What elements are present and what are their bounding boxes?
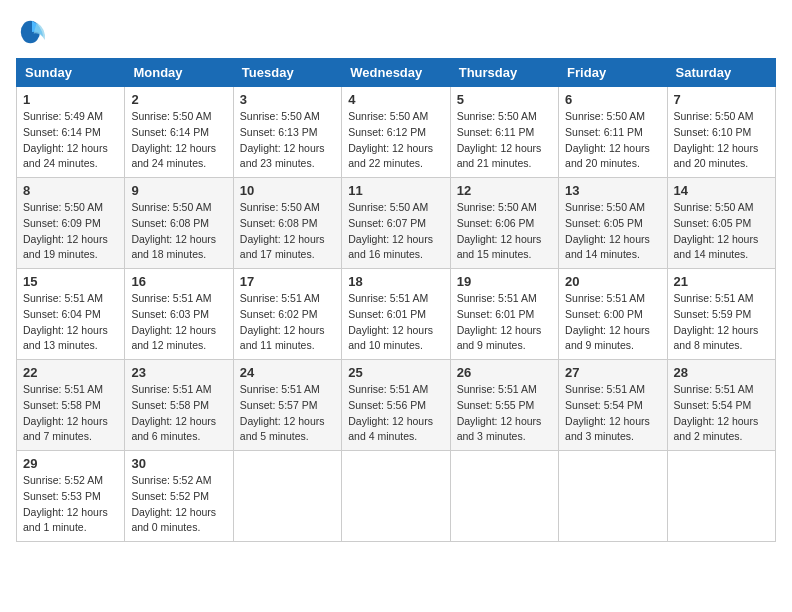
day-info: Sunrise: 5:51 AMSunset: 5:58 PMDaylight:…: [23, 382, 118, 445]
day-number: 7: [674, 92, 769, 107]
day-info: Sunrise: 5:51 AMSunset: 5:56 PMDaylight:…: [348, 382, 443, 445]
day-number: 19: [457, 274, 552, 289]
calendar-cell: 19Sunrise: 5:51 AMSunset: 6:01 PMDayligh…: [450, 269, 558, 360]
calendar-cell: 14Sunrise: 5:50 AMSunset: 6:05 PMDayligh…: [667, 178, 775, 269]
day-info: Sunrise: 5:50 AMSunset: 6:13 PMDaylight:…: [240, 109, 335, 172]
header-monday: Monday: [125, 59, 233, 87]
day-number: 2: [131, 92, 226, 107]
day-number: 15: [23, 274, 118, 289]
day-info: Sunrise: 5:50 AMSunset: 6:14 PMDaylight:…: [131, 109, 226, 172]
calendar-cell: 21Sunrise: 5:51 AMSunset: 5:59 PMDayligh…: [667, 269, 775, 360]
calendar-cell: 4Sunrise: 5:50 AMSunset: 6:12 PMDaylight…: [342, 87, 450, 178]
header-saturday: Saturday: [667, 59, 775, 87]
day-number: 27: [565, 365, 660, 380]
calendar-cell: 27Sunrise: 5:51 AMSunset: 5:54 PMDayligh…: [559, 360, 667, 451]
day-number: 23: [131, 365, 226, 380]
week-row-0: 1Sunrise: 5:49 AMSunset: 6:14 PMDaylight…: [17, 87, 776, 178]
day-info: Sunrise: 5:52 AMSunset: 5:53 PMDaylight:…: [23, 473, 118, 536]
day-number: 1: [23, 92, 118, 107]
day-number: 9: [131, 183, 226, 198]
calendar-cell: 23Sunrise: 5:51 AMSunset: 5:58 PMDayligh…: [125, 360, 233, 451]
day-info: Sunrise: 5:50 AMSunset: 6:09 PMDaylight:…: [23, 200, 118, 263]
day-number: 6: [565, 92, 660, 107]
day-info: Sunrise: 5:50 AMSunset: 6:06 PMDaylight:…: [457, 200, 552, 263]
calendar-cell: 28Sunrise: 5:51 AMSunset: 5:54 PMDayligh…: [667, 360, 775, 451]
logo: [16, 16, 52, 48]
calendar-cell: 26Sunrise: 5:51 AMSunset: 5:55 PMDayligh…: [450, 360, 558, 451]
logo-icon: [16, 16, 48, 48]
day-info: Sunrise: 5:51 AMSunset: 6:02 PMDaylight:…: [240, 291, 335, 354]
day-info: Sunrise: 5:50 AMSunset: 6:05 PMDaylight:…: [565, 200, 660, 263]
day-number: 24: [240, 365, 335, 380]
calendar-cell: [559, 451, 667, 542]
day-number: 11: [348, 183, 443, 198]
day-info: Sunrise: 5:50 AMSunset: 6:08 PMDaylight:…: [240, 200, 335, 263]
day-info: Sunrise: 5:49 AMSunset: 6:14 PMDaylight:…: [23, 109, 118, 172]
day-number: 3: [240, 92, 335, 107]
day-info: Sunrise: 5:51 AMSunset: 6:01 PMDaylight:…: [348, 291, 443, 354]
calendar-cell: 9Sunrise: 5:50 AMSunset: 6:08 PMDaylight…: [125, 178, 233, 269]
day-info: Sunrise: 5:51 AMSunset: 6:01 PMDaylight:…: [457, 291, 552, 354]
day-info: Sunrise: 5:51 AMSunset: 5:57 PMDaylight:…: [240, 382, 335, 445]
day-info: Sunrise: 5:51 AMSunset: 6:03 PMDaylight:…: [131, 291, 226, 354]
day-number: 21: [674, 274, 769, 289]
day-number: 14: [674, 183, 769, 198]
day-number: 13: [565, 183, 660, 198]
header-tuesday: Tuesday: [233, 59, 341, 87]
calendar-cell: 12Sunrise: 5:50 AMSunset: 6:06 PMDayligh…: [450, 178, 558, 269]
day-info: Sunrise: 5:51 AMSunset: 6:04 PMDaylight:…: [23, 291, 118, 354]
day-number: 17: [240, 274, 335, 289]
calendar-header-row: SundayMondayTuesdayWednesdayThursdayFrid…: [17, 59, 776, 87]
day-number: 26: [457, 365, 552, 380]
page-header: [16, 16, 776, 48]
calendar-cell: 22Sunrise: 5:51 AMSunset: 5:58 PMDayligh…: [17, 360, 125, 451]
day-number: 28: [674, 365, 769, 380]
day-info: Sunrise: 5:51 AMSunset: 5:55 PMDaylight:…: [457, 382, 552, 445]
day-info: Sunrise: 5:50 AMSunset: 6:11 PMDaylight:…: [457, 109, 552, 172]
day-info: Sunrise: 5:51 AMSunset: 6:00 PMDaylight:…: [565, 291, 660, 354]
day-number: 16: [131, 274, 226, 289]
calendar-cell: 18Sunrise: 5:51 AMSunset: 6:01 PMDayligh…: [342, 269, 450, 360]
day-number: 25: [348, 365, 443, 380]
day-number: 30: [131, 456, 226, 471]
calendar-cell: 20Sunrise: 5:51 AMSunset: 6:00 PMDayligh…: [559, 269, 667, 360]
week-row-3: 22Sunrise: 5:51 AMSunset: 5:58 PMDayligh…: [17, 360, 776, 451]
week-row-1: 8Sunrise: 5:50 AMSunset: 6:09 PMDaylight…: [17, 178, 776, 269]
calendar-cell: 24Sunrise: 5:51 AMSunset: 5:57 PMDayligh…: [233, 360, 341, 451]
day-info: Sunrise: 5:52 AMSunset: 5:52 PMDaylight:…: [131, 473, 226, 536]
day-number: 5: [457, 92, 552, 107]
calendar-cell: [667, 451, 775, 542]
calendar-cell: [233, 451, 341, 542]
day-info: Sunrise: 5:51 AMSunset: 5:54 PMDaylight:…: [674, 382, 769, 445]
calendar-cell: 16Sunrise: 5:51 AMSunset: 6:03 PMDayligh…: [125, 269, 233, 360]
calendar-cell: 2Sunrise: 5:50 AMSunset: 6:14 PMDaylight…: [125, 87, 233, 178]
day-info: Sunrise: 5:50 AMSunset: 6:12 PMDaylight:…: [348, 109, 443, 172]
day-info: Sunrise: 5:50 AMSunset: 6:05 PMDaylight:…: [674, 200, 769, 263]
calendar-cell: 30Sunrise: 5:52 AMSunset: 5:52 PMDayligh…: [125, 451, 233, 542]
day-number: 8: [23, 183, 118, 198]
day-number: 4: [348, 92, 443, 107]
calendar-cell: 6Sunrise: 5:50 AMSunset: 6:11 PMDaylight…: [559, 87, 667, 178]
day-number: 20: [565, 274, 660, 289]
calendar-cell: [450, 451, 558, 542]
day-info: Sunrise: 5:50 AMSunset: 6:11 PMDaylight:…: [565, 109, 660, 172]
calendar-cell: 11Sunrise: 5:50 AMSunset: 6:07 PMDayligh…: [342, 178, 450, 269]
calendar-cell: 8Sunrise: 5:50 AMSunset: 6:09 PMDaylight…: [17, 178, 125, 269]
calendar-cell: 13Sunrise: 5:50 AMSunset: 6:05 PMDayligh…: [559, 178, 667, 269]
header-friday: Friday: [559, 59, 667, 87]
calendar-cell: 10Sunrise: 5:50 AMSunset: 6:08 PMDayligh…: [233, 178, 341, 269]
calendar-cell: 17Sunrise: 5:51 AMSunset: 6:02 PMDayligh…: [233, 269, 341, 360]
day-info: Sunrise: 5:51 AMSunset: 5:54 PMDaylight:…: [565, 382, 660, 445]
calendar-cell: 1Sunrise: 5:49 AMSunset: 6:14 PMDaylight…: [17, 87, 125, 178]
calendar-cell: 7Sunrise: 5:50 AMSunset: 6:10 PMDaylight…: [667, 87, 775, 178]
calendar-cell: 5Sunrise: 5:50 AMSunset: 6:11 PMDaylight…: [450, 87, 558, 178]
calendar-cell: 25Sunrise: 5:51 AMSunset: 5:56 PMDayligh…: [342, 360, 450, 451]
day-number: 29: [23, 456, 118, 471]
day-number: 22: [23, 365, 118, 380]
week-row-2: 15Sunrise: 5:51 AMSunset: 6:04 PMDayligh…: [17, 269, 776, 360]
header-sunday: Sunday: [17, 59, 125, 87]
day-info: Sunrise: 5:50 AMSunset: 6:07 PMDaylight:…: [348, 200, 443, 263]
week-row-4: 29Sunrise: 5:52 AMSunset: 5:53 PMDayligh…: [17, 451, 776, 542]
calendar-cell: [342, 451, 450, 542]
day-number: 10: [240, 183, 335, 198]
